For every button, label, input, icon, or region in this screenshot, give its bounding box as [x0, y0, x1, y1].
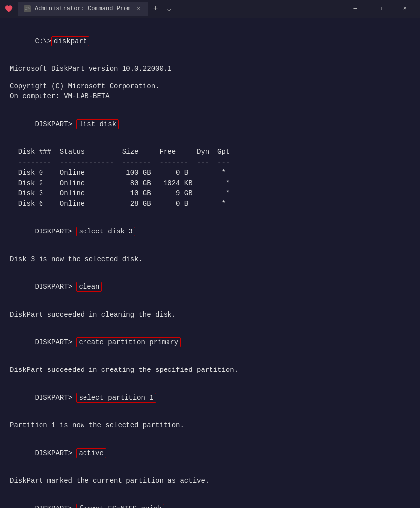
prompt2: DISKPART> — [35, 228, 72, 235]
tab-label: Administrator: Command Prom — [35, 5, 130, 12]
terminal-content[interactable]: C:\>diskpart Microsoft DiskPart version … — [0, 18, 420, 508]
select-partition-prompt-line: DISKPART> select partition 1 — [10, 382, 410, 414]
disk0-row: Disk 0 Online 100 GB 0 B * — [10, 168, 410, 178]
select-disk-command: select disk 3 — [76, 227, 135, 236]
cmd-icon: C> — [24, 5, 31, 12]
active-tab[interactable]: C> Administrator: Command Prom × — [18, 2, 148, 16]
select-partition-result: Partition 1 is now the selected partitio… — [10, 420, 410, 431]
disk3-row: Disk 3 Online 10 GB 9 GB * — [10, 188, 410, 199]
version-line: Microsoft DiskPart version 10.0.22000.1 — [10, 64, 410, 74]
prompt5: DISKPART> — [35, 394, 72, 402]
prompt6: DISKPART> — [35, 449, 72, 457]
disk2-row: Disk 2 Online 80 GB 1024 KB * — [10, 178, 410, 188]
initial-command-line: C:\>diskpart — [10, 26, 410, 57]
close-button[interactable]: × — [393, 0, 416, 18]
tab-area: C> Administrator: Command Prom × + ⌵ — [18, 2, 344, 16]
initial-prompt: C:\> — [35, 37, 51, 45]
list-disk-prompt-line: DISKPART> list disk — [10, 109, 410, 140]
create-partition-command: create partition primary — [76, 337, 181, 347]
terminal-window: C> Administrator: Command Prom × + ⌵ — □… — [0, 0, 420, 508]
clean-prompt-line: DISKPART> clean — [10, 272, 410, 303]
tab-dropdown-button[interactable]: ⌵ — [162, 2, 176, 16]
prompt3: DISKPART> — [35, 283, 72, 291]
format-command: format FS=NTFS quick — [76, 504, 164, 508]
active-result: DiskPart marked the current partition as… — [10, 476, 410, 486]
new-tab-button[interactable]: + — [148, 2, 162, 16]
window-controls: — □ × — [344, 0, 416, 18]
list-disk-command: list disk — [76, 119, 119, 129]
format-prompt-line: DISKPART> format FS=NTFS quick — [10, 493, 410, 508]
computer-line: On computer: VM-LAB-BETA — [10, 92, 410, 102]
active-prompt-line: DISKPART> active — [10, 438, 410, 469]
select-partition-command: select partition 1 — [76, 393, 156, 403]
table-header: Disk ### Status Size Free Dyn Gpt — [10, 147, 410, 157]
disk6-row: Disk 6 Online 28 GB 0 B * — [10, 199, 410, 209]
select-disk-result: Disk 3 is now the selected disk. — [10, 254, 410, 265]
table-separator: -------- ------------- ------- ------- -… — [10, 157, 410, 168]
prompt1: DISKPART> — [35, 120, 72, 128]
clean-command: clean — [76, 282, 102, 292]
titlebar: C> Administrator: Command Prom × + ⌵ — □… — [0, 0, 420, 18]
create-partition-result: DiskPart succeeded in creating the speci… — [10, 365, 410, 375]
select-disk-prompt-line: DISKPART> select disk 3 — [10, 216, 410, 247]
tab-close-button[interactable]: × — [134, 5, 142, 13]
copyright-line: Copyright (C) Microsoft Corporation. — [10, 81, 410, 92]
create-partition-prompt-line: DISKPART> create partition primary — [10, 327, 410, 358]
maximize-button[interactable]: □ — [369, 0, 391, 18]
minimize-button[interactable]: — — [344, 0, 367, 18]
diskpart-command: diskpart — [51, 36, 89, 46]
app-logo — [4, 4, 14, 14]
prompt4: DISKPART> — [35, 338, 72, 346]
prompt7: DISKPART> — [35, 505, 72, 508]
clean-result: DiskPart succeeded in cleaning the disk. — [10, 310, 410, 320]
active-command: active — [76, 448, 106, 458]
